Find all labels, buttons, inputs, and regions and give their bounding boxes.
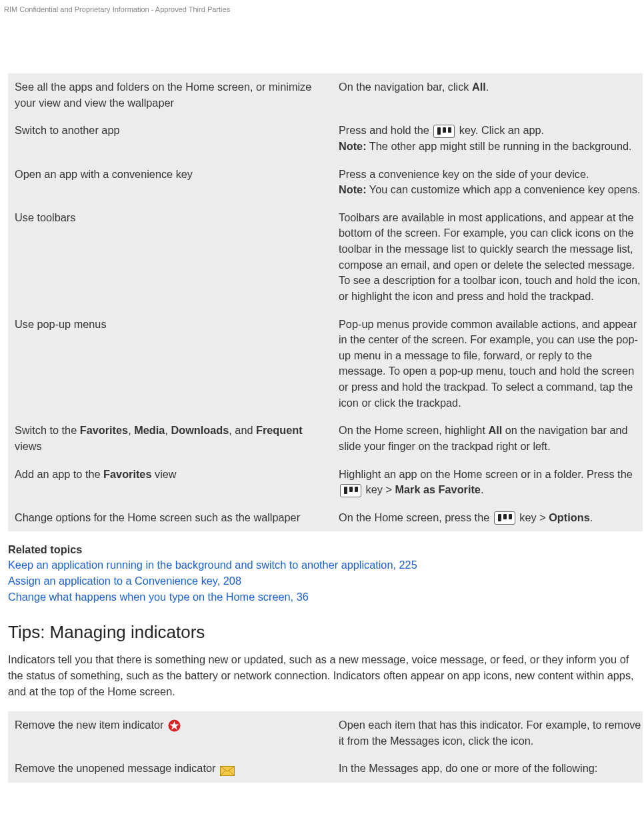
- text: Switch to the: [15, 424, 80, 436]
- tips-table-1: See all the apps and folders on the Home…: [8, 73, 643, 531]
- bold-text: Frequent: [256, 424, 303, 436]
- text: Add an app to the: [15, 468, 103, 480]
- task-cell: See all the apps and folders on the Home…: [8, 73, 335, 117]
- table-row: Switch to another app Press and hold the…: [8, 117, 643, 160]
- page-content: See all the apps and folders on the Home…: [0, 73, 644, 783]
- text: On the Home screen, press the: [339, 511, 493, 523]
- task-cell: Change options for the Home screen such …: [8, 504, 335, 532]
- bold-text: All: [472, 81, 486, 93]
- table-row: Add an app to the Favorites view Highlig…: [8, 461, 643, 504]
- action-cell: Press and hold the key. Click an app. No…: [335, 117, 643, 160]
- bold-text: Media: [134, 424, 165, 436]
- text: .: [481, 483, 484, 495]
- action-cell: On the navigation bar, click All.: [335, 73, 643, 117]
- menu-key-icon: [340, 484, 361, 497]
- text: Remove the unopened message indicator: [15, 762, 219, 774]
- task-cell: Use pop-up menus: [8, 311, 335, 417]
- text: views: [15, 440, 42, 452]
- action-cell: On the Home screen, highlight All on the…: [335, 417, 643, 460]
- action-cell: In the Messages app, do one or more of t…: [335, 755, 643, 783]
- text: ,: [128, 424, 134, 436]
- action-cell: On the Home screen, press the key > Opti…: [335, 504, 643, 532]
- task-cell: Use toolbars: [8, 204, 335, 311]
- text: key >: [363, 483, 395, 495]
- bold-text: Favorites: [103, 468, 151, 480]
- table-row: See all the apps and folders on the Home…: [8, 73, 643, 117]
- new-item-indicator-icon: [168, 719, 181, 732]
- task-cell: Switch to another app: [8, 117, 335, 160]
- menu-key-icon: [494, 511, 515, 525]
- task-cell: Switch to the Favorites, Media, Download…: [8, 417, 335, 460]
- tips-table-2: Remove the new item indicator Open each …: [8, 711, 643, 783]
- task-cell: Open an app with a convenience key: [8, 161, 335, 204]
- related-link[interactable]: Assign an application to a Convenience k…: [8, 573, 641, 589]
- action-cell: Toolbars are available in most applicati…: [335, 204, 643, 311]
- action-cell: Highlight an app on the Home screen or i…: [335, 461, 643, 504]
- text: On the navigation bar, click: [339, 81, 472, 93]
- table-row: Remove the unopened message indicator In…: [8, 755, 643, 783]
- text: Press and hold the: [339, 124, 432, 136]
- section-title: Tips: Managing indicators: [8, 622, 641, 643]
- text: view: [151, 468, 176, 480]
- text: Highlight an app on the Home screen or i…: [339, 468, 633, 480]
- bold-text: Downloads: [171, 424, 229, 436]
- related-link[interactable]: Keep an application running in the backg…: [8, 557, 641, 573]
- text: Remove the new item indicator: [15, 719, 167, 731]
- action-cell: Open each item that has this indicator. …: [335, 711, 643, 755]
- text: .: [486, 81, 489, 93]
- related-link[interactable]: Change what happens when you type on the…: [8, 589, 641, 605]
- table-row: Remove the new item indicator Open each …: [8, 711, 643, 755]
- table-row: Use toolbars Toolbars are available in m…: [8, 204, 643, 311]
- task-cell: Remove the unopened message indicator: [8, 755, 335, 783]
- bold-text: Favorites: [80, 424, 128, 436]
- text: .: [590, 511, 593, 523]
- action-cell: Pop-up menus provide common available ac…: [335, 311, 643, 417]
- text: key >: [517, 511, 549, 523]
- note-label: Note:: [339, 140, 367, 152]
- bold-text: Mark as Favorite: [395, 483, 481, 495]
- text: Press a convenience key on the side of y…: [339, 168, 589, 180]
- text: , and: [229, 424, 256, 436]
- task-cell: Add an app to the Favorites view: [8, 461, 335, 504]
- unopened-message-indicator-icon: [220, 765, 235, 775]
- table-row: Switch to the Favorites, Media, Download…: [8, 417, 643, 460]
- note-text: You can customize which app a convenienc…: [369, 183, 641, 195]
- bold-text: All: [488, 424, 502, 436]
- bold-text: Options: [549, 511, 590, 523]
- table-row: Use pop-up menus Pop-up menus provide co…: [8, 311, 643, 417]
- related-topics-heading: Related topics: [8, 543, 641, 556]
- section-intro: Indicators tell you that there is someth…: [8, 652, 641, 699]
- menu-key-icon: [433, 125, 455, 138]
- text: On the Home screen, highlight: [339, 424, 488, 436]
- note-text: The other app might still be running in …: [369, 140, 632, 152]
- confidential-header: RIM Confidential and Proprietary Informa…: [0, 5, 644, 13]
- action-cell: Press a convenience key on the side of y…: [335, 161, 643, 204]
- task-cell: Remove the new item indicator: [8, 711, 335, 755]
- note-label: Note:: [339, 183, 367, 195]
- table-row: Open an app with a convenience key Press…: [8, 161, 643, 204]
- table-row: Change options for the Home screen such …: [8, 504, 643, 532]
- text: key. Click an app.: [456, 124, 544, 136]
